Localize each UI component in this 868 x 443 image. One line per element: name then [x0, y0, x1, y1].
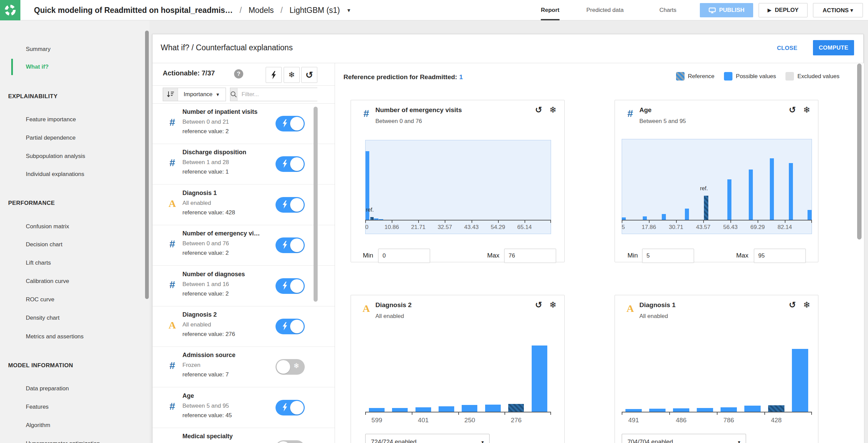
- tab-report[interactable]: Report: [541, 0, 560, 20]
- sidebar-scrollbar[interactable]: [145, 31, 149, 299]
- min-input[interactable]: [378, 249, 430, 263]
- chevron-down-icon[interactable]: ▾: [348, 7, 351, 14]
- sidebar-item-subpopulation-analysis[interactable]: Subpopulation analysis: [26, 152, 85, 161]
- sidebar-item-feature-importance[interactable]: Feature importance: [26, 115, 76, 124]
- text-feature-icon: A: [624, 303, 636, 314]
- publish-button[interactable]: PUBLISH: [700, 3, 753, 17]
- feature-range: Between 5 and 95: [182, 403, 229, 409]
- sidebar-item-individual-explanations[interactable]: Individual explanations: [26, 170, 84, 179]
- snowflake-icon[interactable]: ❄: [549, 105, 556, 115]
- sidebar-item-density-chart[interactable]: Density chart: [26, 313, 59, 323]
- feature-toggle-on[interactable]: [276, 116, 305, 131]
- sidebar-item-partial-dependence[interactable]: Partial dependence: [26, 133, 76, 143]
- toggle-knob: [290, 238, 304, 252]
- sidebar-item-lift-charts[interactable]: Lift charts: [26, 258, 51, 268]
- publish-label: PUBLISH: [719, 7, 745, 14]
- tab-charts[interactable]: Charts: [659, 0, 676, 20]
- tab-predicted-data[interactable]: Predicted data: [586, 0, 624, 20]
- feature-list-scrollbar[interactable]: [314, 107, 318, 302]
- enabled-values-dropdown[interactable]: 704/704 enabled▾: [622, 434, 746, 443]
- sort-descending-icon: [167, 91, 174, 98]
- reset-icon[interactable]: ↺: [789, 300, 796, 310]
- value-bar: [369, 408, 385, 412]
- axis-tick-label: 599: [371, 417, 382, 424]
- feature-toggle-on[interactable]: [276, 319, 305, 334]
- toggle-knob: [290, 198, 304, 212]
- card-subtitle: All enabled: [375, 313, 404, 320]
- feature-toggle-on[interactable]: [276, 237, 305, 253]
- breadcrumb-model-task[interactable]: Quick modeling of Readmitted on hospital…: [34, 6, 233, 15]
- feature-toggle-on[interactable]: [276, 400, 305, 415]
- x-axis: [622, 220, 812, 220]
- snowflake-icon[interactable]: ❄: [803, 300, 810, 310]
- max-input[interactable]: [504, 249, 556, 263]
- actions-button[interactable]: ACTIONS ▾: [813, 3, 863, 17]
- axis-tick: [525, 220, 525, 223]
- compute-button[interactable]: COMPUTE: [813, 40, 854, 55]
- axis-tick: [550, 220, 551, 223]
- card-title: Age: [639, 106, 652, 114]
- top-bar: Quick modeling of Readmitted on hospital…: [0, 0, 868, 20]
- sidebar-item-what-if-[interactable]: What if?: [26, 62, 49, 72]
- axis-tick: [365, 220, 366, 223]
- deploy-button[interactable]: ▶ DEPLOY: [759, 3, 808, 17]
- feature-toggle-on[interactable]: [276, 197, 305, 213]
- sort-dropdown[interactable]: Importance▼: [163, 88, 226, 101]
- sidebar-item-data-preparation[interactable]: Data preparation: [26, 384, 69, 393]
- value-bar: [721, 407, 737, 412]
- dataiku-logo[interactable]: [0, 0, 20, 20]
- reset-icon: ↺: [305, 70, 313, 81]
- feature-toggle-frozen[interactable]: ❄: [276, 440, 305, 443]
- sidebar-item-calibration-curve[interactable]: Calibration curve: [26, 277, 69, 286]
- reset-all-button[interactable]: ↺: [301, 67, 317, 83]
- sidebar-item-metrics-and-assertions[interactable]: Metrics and assertions: [26, 332, 84, 341]
- filter-input[interactable]: [237, 88, 321, 101]
- sidebar-item-hyperparameter-optimization[interactable]: Hyperparameter optimization: [26, 439, 100, 443]
- axis-tick-label: 54.29: [491, 224, 505, 231]
- enabled-values-dropdown[interactable]: 724/724 enabled▾: [365, 434, 490, 443]
- max-input[interactable]: [754, 249, 806, 263]
- close-button[interactable]: CLOSE: [777, 45, 797, 52]
- reference-bar: [370, 217, 374, 220]
- sort-value: Importance▼: [178, 88, 226, 101]
- sidebar-item-decision-chart[interactable]: Decision chart: [26, 240, 63, 249]
- dataiku-logo-icon: [4, 4, 17, 17]
- reset-icon[interactable]: ↺: [789, 105, 796, 115]
- snowflake-icon[interactable]: ❄: [803, 105, 810, 115]
- value-bar: [673, 408, 689, 412]
- value-bar: [727, 179, 731, 220]
- feature-range: All enabled: [182, 200, 211, 207]
- reset-icon[interactable]: ↺: [535, 300, 542, 310]
- sidebar-item-features[interactable]: Features: [26, 402, 49, 412]
- charts-scrollbar[interactable]: [857, 64, 862, 240]
- sidebar-item-summary[interactable]: Summary: [26, 45, 51, 54]
- axis-tick: [785, 220, 785, 223]
- help-icon[interactable]: ?: [234, 69, 243, 78]
- sidebar-item-model-information: MODEL INFORMATION: [8, 361, 73, 370]
- breadcrumb-model-name[interactable]: LightGBM (s1): [289, 6, 340, 15]
- reset-icon[interactable]: ↺: [535, 105, 542, 115]
- legend-item-excluded: Excluded values: [785, 72, 839, 81]
- breadcrumb-models[interactable]: Models: [249, 6, 274, 15]
- text-feature-icon: A: [166, 198, 178, 209]
- legend-swatch-excluded: [785, 72, 794, 81]
- snowflake-icon[interactable]: ❄: [549, 300, 556, 310]
- sidebar-item-algorithm[interactable]: Algorithm: [26, 421, 50, 430]
- feature-toggle-on[interactable]: [276, 156, 305, 172]
- histogram-plot: 010.8621.7132.5743.4354.2965.14ref.: [365, 140, 551, 234]
- feature-toggle-on[interactable]: [276, 278, 305, 294]
- feature-toggle-frozen[interactable]: ❄: [276, 359, 305, 375]
- axis-tick-label: 276: [511, 417, 522, 424]
- freeze-all-button[interactable]: ❄: [284, 67, 300, 83]
- feature-name: Medical specialty: [182, 433, 233, 440]
- enable-all-button[interactable]: [266, 67, 282, 83]
- sidebar-item-roc-curve[interactable]: ROC curve: [26, 295, 54, 304]
- feature-reference-value: reference value: 428: [182, 209, 235, 216]
- sidebar-item-confusion-matrix[interactable]: Confusion matrix: [26, 222, 69, 231]
- chevron-down-icon: ▼: [216, 92, 220, 97]
- min-input[interactable]: [642, 249, 694, 263]
- text-feature-icon: A: [166, 319, 178, 331]
- numeric-feature-icon: #: [166, 279, 178, 290]
- card-title: Number of emergency visits: [375, 106, 462, 114]
- value-bar: [625, 409, 642, 412]
